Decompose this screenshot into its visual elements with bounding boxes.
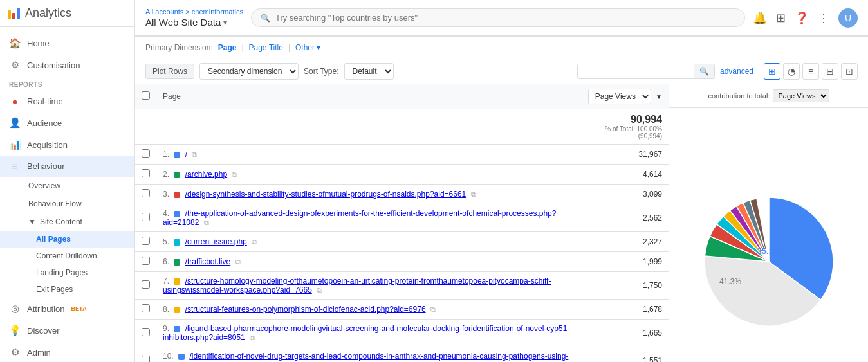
table-search-input[interactable] bbox=[578, 64, 694, 78]
total-cell: 90,994 % of Total: 100.00% (90,994) bbox=[578, 109, 669, 145]
sidebar-item-exit-pages[interactable]: Exit Pages bbox=[0, 281, 134, 298]
audience-icon: 👤 bbox=[9, 117, 21, 129]
row-checkbox[interactable] bbox=[142, 257, 150, 265]
row-checkbox[interactable] bbox=[142, 280, 150, 289]
row-page-link[interactable]: /archive.php bbox=[185, 170, 227, 179]
external-link-icon: ⧉ bbox=[252, 238, 257, 246]
total-pct: % of Total: 100.00% (90,994) bbox=[585, 125, 662, 140]
row-page-link[interactable]: / bbox=[185, 150, 187, 159]
avatar[interactable]: U bbox=[838, 8, 858, 28]
row-page-link[interactable]: /trafficbot.live bbox=[185, 257, 230, 266]
external-link-icon: ⧉ bbox=[471, 190, 476, 198]
sidebar-item-acquisition[interactable]: 📊 Acquisition bbox=[0, 134, 134, 156]
sidebar-item-content-drilldown[interactable]: Content Drilldown bbox=[0, 248, 134, 264]
row-page-link[interactable]: /structure-homology-modeling-ofthaumetop… bbox=[163, 276, 551, 294]
row-page-link[interactable]: /design-synthesis-and-stability-studies-… bbox=[185, 190, 466, 199]
grid-icon[interactable]: ⊞ bbox=[776, 11, 786, 25]
row-checkbox[interactable] bbox=[142, 356, 150, 362]
sort-arrow[interactable]: ▼ bbox=[656, 93, 662, 100]
row-page-link[interactable]: /ligand-based-pharmacophore-modelingvirt… bbox=[163, 324, 569, 342]
dim-other[interactable]: Other ▾ bbox=[295, 43, 320, 52]
sidebar-item-admin[interactable]: ⚙ Admin bbox=[0, 341, 134, 362]
audience-label: Audience bbox=[27, 118, 62, 128]
site-selector[interactable]: All Web Site Data ▾ bbox=[145, 17, 243, 28]
search-input[interactable] bbox=[275, 13, 735, 23]
row-page-link[interactable]: /current-issue.php bbox=[185, 237, 247, 246]
row-checkbox-cell bbox=[135, 272, 156, 300]
row-checkbox[interactable] bbox=[142, 328, 150, 336]
sidebar-item-customisation[interactable]: ⚙ Customisation bbox=[0, 54, 134, 76]
external-link-icon: ⧉ bbox=[192, 150, 197, 158]
row-checkbox[interactable] bbox=[142, 189, 150, 197]
pageviews-metric-header: Page Views ▼ bbox=[578, 84, 669, 109]
row-color-dot bbox=[174, 326, 180, 332]
advanced-link[interactable]: advanced bbox=[720, 67, 753, 76]
row-page-link[interactable]: /structural-features-on-polymorphism-of-… bbox=[185, 305, 426, 314]
row-pageviews: 1,665 bbox=[578, 320, 669, 347]
row-checkbox[interactable] bbox=[142, 237, 150, 245]
sidebar-item-overview[interactable]: Overview bbox=[0, 177, 134, 195]
row-pageviews: 2,562 bbox=[578, 204, 669, 232]
dim-page[interactable]: Page bbox=[218, 43, 237, 52]
external-link-icon: ⧉ bbox=[232, 170, 237, 178]
behaviour-label: Behaviour bbox=[27, 161, 65, 171]
breadcrumb: All accounts > cheminformatics bbox=[145, 8, 243, 15]
sidebar-item-audience[interactable]: 👤 Audience bbox=[0, 112, 134, 134]
pivot-view-icon[interactable]: ⊟ bbox=[822, 63, 838, 80]
sidebar-item-landing-pages[interactable]: Landing Pages bbox=[0, 264, 134, 281]
dim-page-title[interactable]: Page Title bbox=[249, 43, 283, 52]
sidebar-item-discover[interactable]: 💡 Discover bbox=[0, 320, 134, 341]
plot-rows-button[interactable]: Plot Rows bbox=[145, 64, 194, 79]
row-number: 10. bbox=[163, 352, 176, 361]
metric-select[interactable]: Page Views bbox=[588, 89, 651, 104]
external-link-icon: ⧉ bbox=[204, 219, 209, 226]
sidebar-item-behaviour-flow[interactable]: Behaviour Flow bbox=[0, 195, 134, 213]
row-checkbox-cell bbox=[135, 300, 156, 320]
bell-icon[interactable]: 🔔 bbox=[753, 11, 767, 25]
pie-chart-wrapper: 35.1% 41.3% bbox=[669, 108, 868, 362]
sidebar-item-behaviour[interactable]: ≡ Behaviour bbox=[0, 156, 134, 177]
more-icon[interactable]: ⋮ bbox=[818, 11, 829, 25]
table-row: 9. /ligand-based-pharmacophore-modelingv… bbox=[135, 320, 669, 347]
help-icon[interactable]: ❓ bbox=[795, 11, 809, 25]
row-page-link[interactable]: /the-application-of-advanced-design-ofex… bbox=[163, 209, 556, 227]
row-color-dot bbox=[174, 259, 180, 266]
row-page-link[interactable]: /identification-of-novel-drug-targets-an… bbox=[163, 352, 568, 362]
pie-chart: 35.1% 41.3% bbox=[692, 185, 846, 339]
analytics-logo bbox=[8, 8, 20, 19]
sidebar-item-all-pages[interactable]: All Pages bbox=[0, 231, 134, 248]
sort-type-select[interactable]: Default bbox=[344, 63, 394, 80]
pie-view-icon[interactable]: ◔ bbox=[783, 63, 800, 80]
row-checkbox[interactable] bbox=[142, 213, 150, 221]
overview-label: Overview bbox=[28, 181, 60, 190]
row-checkbox-cell bbox=[135, 320, 156, 347]
row-checkbox[interactable] bbox=[142, 149, 150, 158]
contribution-metric-select[interactable]: Page Views bbox=[773, 89, 829, 102]
row-color-dot bbox=[174, 278, 180, 285]
row-number: 7. bbox=[163, 276, 172, 285]
row-page: 4. /the-application-of-advanced-design-o… bbox=[156, 204, 578, 232]
secondary-dimension-select[interactable]: Secondary dimension bbox=[199, 63, 299, 80]
sidebar-item-realtime[interactable]: ● Real-time bbox=[0, 91, 134, 112]
chevron-down-icon: ▾ bbox=[223, 18, 227, 27]
sidebar-item-home[interactable]: 🏠 Home bbox=[0, 32, 134, 54]
select-all-checkbox[interactable] bbox=[142, 91, 150, 100]
table-row: 10. /identification-of-novel-drug-target… bbox=[135, 347, 669, 363]
sidebar-item-attribution[interactable]: ◎ Attribution BETA bbox=[0, 298, 134, 320]
sidebar-nav: 🏠 Home ⚙ Customisation REPORTS ● Real-ti… bbox=[0, 27, 134, 362]
table-view-icon[interactable]: ⊞ bbox=[764, 63, 780, 80]
row-checkbox[interactable] bbox=[142, 169, 150, 177]
row-checkbox[interactable] bbox=[142, 304, 150, 312]
behaviour-flow-label: Behaviour Flow bbox=[28, 199, 82, 208]
row-pageviews: 1,750 bbox=[578, 272, 669, 300]
bar-view-icon[interactable]: ≡ bbox=[802, 63, 819, 80]
row-color-dot bbox=[174, 192, 180, 198]
table-row: 8. /structural-features-on-polymorphism-… bbox=[135, 300, 669, 320]
custom-view-icon[interactable]: ⊡ bbox=[841, 63, 858, 80]
home-label: Home bbox=[27, 39, 50, 48]
row-color-dot bbox=[174, 172, 180, 178]
discover-icon: 💡 bbox=[9, 325, 21, 336]
sidebar-site-content-header[interactable]: ▼ Site Content bbox=[0, 213, 134, 231]
table-search-button[interactable]: 🔍 bbox=[694, 64, 714, 78]
search-bar[interactable]: 🔍 bbox=[251, 8, 745, 27]
